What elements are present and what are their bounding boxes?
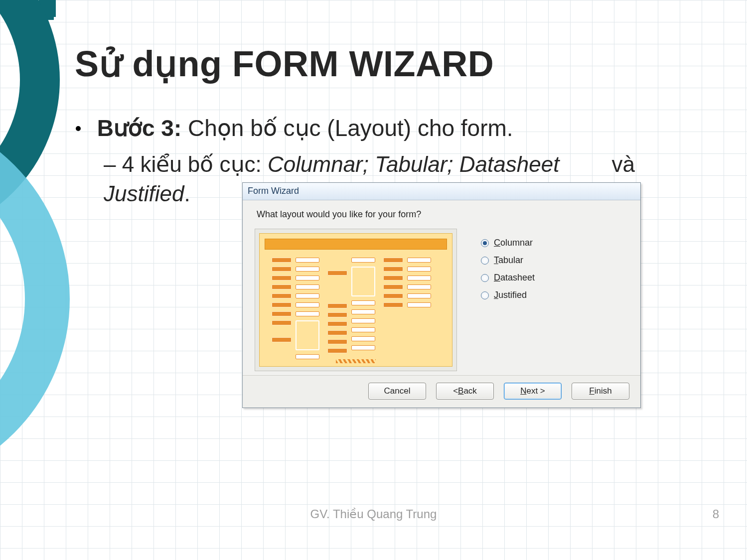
sub-period: . — [184, 181, 190, 206]
layout-options: Columnar Tabular Datasheet Justified — [481, 229, 535, 371]
slide: Sử dụng FORM WIZARD Bước 3: Chọn bố cục … — [0, 0, 747, 560]
sub-italic: Columnar; Tabular; Datasheet — [268, 152, 559, 176]
wizard-question: What layout would you like for your form… — [257, 209, 628, 220]
wizard-title-bar: Form Wizard — [243, 183, 640, 200]
back-button[interactable]: < Back — [436, 383, 494, 400]
layout-preview — [255, 229, 457, 371]
option-justified[interactable]: Justified — [481, 290, 535, 300]
footer-author: GV. Thiều Quang Trung — [0, 507, 747, 521]
option-label: Tabular — [494, 255, 523, 266]
decorative-stripe — [51, 0, 56, 17]
bullet-dot-icon — [76, 126, 81, 131]
finish-button[interactable]: Finish — [572, 383, 629, 400]
wizard-body: What layout would you like for your form… — [243, 200, 640, 375]
radio-icon — [481, 257, 489, 265]
option-label: Datasheet — [494, 273, 535, 283]
sub-tail-word: và — [612, 149, 635, 179]
sub-prefix: – 4 kiểu bố cục: — [104, 152, 268, 176]
layout-preview-inner — [259, 233, 452, 367]
option-label: Columnar — [494, 238, 533, 248]
step-label: Bước 3: — [97, 115, 181, 141]
bullet-step: Bước 3: Chọn bố cục (Layout) cho form. — [76, 115, 513, 141]
radio-icon — [481, 291, 489, 299]
decorative-arc-light — [0, 110, 70, 488]
next-button[interactable]: Next > — [504, 383, 562, 400]
radio-icon — [481, 239, 489, 247]
slide-title: Sử dụng FORM WIZARD — [75, 43, 494, 85]
form-wizard-dialog: Form Wizard What layout would you like f… — [242, 182, 641, 408]
option-columnar[interactable]: Columnar — [481, 238, 535, 248]
wizard-main: Columnar Tabular Datasheet Justified — [255, 229, 628, 371]
cancel-button[interactable]: Cancel — [368, 383, 426, 400]
sub-italic-2: Justified — [104, 181, 184, 206]
preview-header-bar — [265, 239, 447, 250]
option-label: Justified — [494, 290, 527, 300]
step-text: Chọn bố cục (Layout) cho form. — [188, 115, 513, 141]
wizard-button-row: Cancel < Back Next > Finish — [243, 375, 640, 408]
preview-resize-icon — [336, 359, 376, 363]
option-tabular[interactable]: Tabular — [481, 255, 535, 266]
preview-columns — [272, 258, 431, 359]
option-datasheet[interactable]: Datasheet — [481, 273, 535, 283]
radio-icon — [481, 274, 489, 282]
footer-page: 8 — [713, 507, 719, 521]
